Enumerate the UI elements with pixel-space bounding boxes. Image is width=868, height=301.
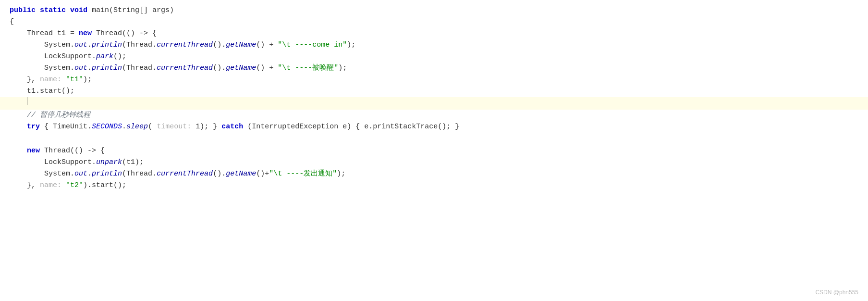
code-line-3: Thread t1 = new Thread(() -> { (0, 28, 868, 39)
watermark: CSDN @phn555 (815, 288, 858, 297)
code-line-6: System.out.println(Thread.currentThread(… (0, 63, 868, 74)
code-line-10: // 暂停几秒钟线程 (0, 110, 868, 121)
code-line-16: }, name: "t2").start(); (0, 180, 868, 191)
code-line-11: try { TimeUnit.SECONDS.sleep( timeout: 1… (0, 121, 868, 133)
code-line-8: t1.start(); (0, 86, 868, 97)
code-line-7: }, name: "t1"); (0, 74, 868, 86)
keyword-public: public (10, 5, 36, 16)
code-line-2: { (0, 16, 868, 28)
code-line-4: System.out.println(Thread.currentThread(… (0, 39, 868, 51)
text-cursor (27, 97, 27, 105)
code-line-13: new Thread(() -> { (0, 145, 868, 157)
code-line-1: public static void main(String[] args) (0, 5, 868, 16)
keyword-static: static (40, 5, 66, 16)
keyword-new: new (79, 28, 92, 39)
code-line-9 (0, 97, 868, 110)
code-line-12 (0, 133, 868, 145)
code-line-14: LockSupport.unpark(t1); (0, 157, 868, 168)
keyword-void: void (70, 5, 87, 16)
code-line-5: LockSupport.park(); (0, 51, 868, 63)
code-line-15: System.out.println(Thread.currentThread(… (0, 168, 868, 180)
code-container: public static void main(String[] args) {… (0, 0, 868, 301)
